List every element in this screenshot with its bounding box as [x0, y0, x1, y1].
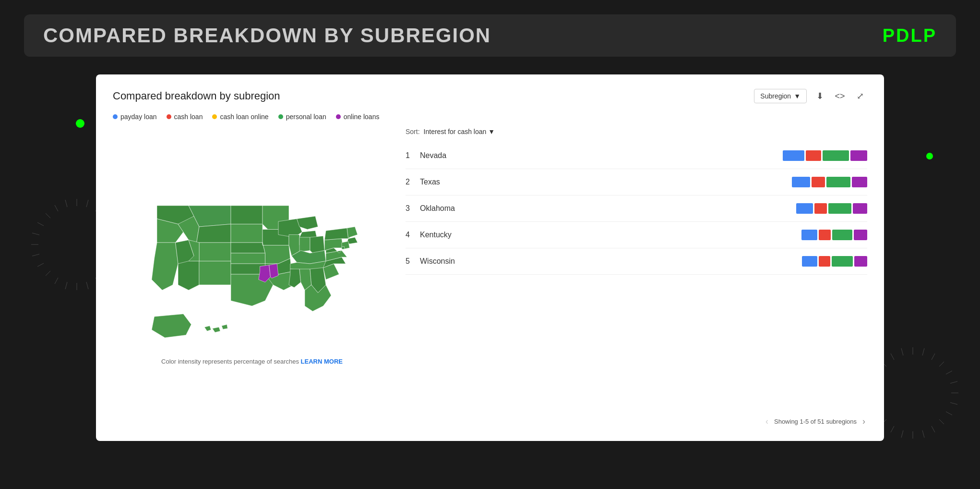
subregion-dropdown[interactable]: Subregion ▼: [754, 89, 807, 103]
state-IN[interactable]: [299, 237, 310, 252]
download-icon[interactable]: ⬇: [813, 89, 827, 103]
svg-line-31: [950, 403, 957, 404]
green-dot-right: [926, 153, 933, 159]
legend-dot-0: [113, 114, 118, 119]
card-title: Compared breakdown by subregion: [113, 90, 280, 102]
state-HI-3[interactable]: [222, 324, 228, 329]
legend-label-0: payday loan: [120, 113, 157, 121]
card-controls: Subregion ▼ ⬇ <> ⤢: [754, 89, 867, 103]
code-icon[interactable]: <>: [833, 89, 847, 103]
state-AK[interactable]: [152, 314, 191, 338]
bar-segment-0: [783, 150, 804, 161]
bar-segment-0: [802, 256, 817, 267]
svg-line-21: [46, 213, 50, 218]
learn-more-link[interactable]: LEARN MORE: [301, 358, 343, 365]
state-ND[interactable]: [231, 206, 263, 224]
page-title: COMPARED BREAKDOWN BY SUBREGION: [43, 24, 491, 47]
rank-bars: [802, 256, 867, 267]
svg-line-29: [950, 381, 957, 383]
state-NM[interactable]: [199, 261, 231, 285]
rank-name: Kentucky: [420, 231, 801, 239]
rank-number: 1: [406, 151, 420, 160]
bar-segment-1: [806, 150, 821, 161]
bar-segment-0: [792, 177, 810, 187]
legend-label-1: cash loan: [174, 113, 203, 121]
state-HI-2[interactable]: [213, 327, 221, 332]
svg-line-17: [32, 254, 39, 256]
bar-segment-2: [826, 177, 850, 187]
table-row[interactable]: 3 Oklahoma: [406, 196, 867, 222]
svg-line-13: [65, 282, 67, 289]
rank-bars: [801, 230, 867, 240]
bar-segment-3: [853, 203, 867, 214]
bar-segment-2: [832, 230, 852, 240]
sort-chevron-icon: ▼: [488, 128, 495, 135]
sort-dropdown[interactable]: Interest for cash loan ▼: [424, 128, 495, 135]
legend-item-0: payday loan: [113, 113, 157, 121]
bar-segment-3: [850, 150, 867, 161]
svg-line-37: [901, 430, 903, 438]
green-dot-left: [76, 119, 84, 128]
pagination-bar: ‹ Showing 1-5 of 51 subregions ›: [406, 416, 867, 427]
bar-segment-1: [814, 203, 827, 214]
sort-bar: Sort: Interest for cash loan ▼: [406, 128, 867, 135]
header-bar: COMPARED BREAKDOWN BY SUBREGION PDLP: [24, 14, 956, 57]
svg-line-34: [932, 426, 935, 432]
rank-number: 4: [406, 231, 420, 239]
state-MS[interactable]: [289, 269, 301, 288]
legend-item-4: online loans: [336, 113, 380, 121]
state-KS[interactable]: [231, 253, 265, 264]
pagination-text: Showing 1-5 of 51 subregions: [774, 418, 857, 425]
map-caption: Color intensity represents percentage of…: [161, 358, 343, 365]
legend-item-1: cash loan: [167, 113, 203, 121]
state-AZ[interactable]: [178, 261, 199, 290]
legend-label-2: cash loan online: [220, 113, 268, 121]
sort-label: Sort:: [406, 128, 420, 135]
map-container: [113, 190, 391, 348]
state-SD[interactable]: [231, 224, 263, 243]
state-HI-1[interactable]: [204, 326, 211, 331]
rank-name: Texas: [420, 178, 792, 186]
share-icon[interactable]: ⤢: [853, 89, 867, 103]
rank-name: Wisconsin: [420, 257, 802, 266]
svg-line-16: [37, 263, 44, 267]
legend-label-3: personal loan: [286, 113, 326, 121]
us-map[interactable]: [125, 190, 379, 348]
bar-segment-2: [828, 203, 851, 214]
svg-line-46: [891, 354, 894, 360]
rank-name: Nevada: [420, 151, 783, 160]
rank-bars: [792, 177, 867, 187]
bar-segment-2: [832, 256, 853, 267]
table-row[interactable]: 4 Kentucky: [406, 222, 867, 248]
table-row[interactable]: 5 Wisconsin: [406, 248, 867, 275]
bar-segment-3: [854, 230, 867, 240]
rank-name: Oklahoma: [420, 204, 796, 213]
legend-dot-4: [336, 114, 341, 119]
state-CA[interactable]: [152, 243, 178, 290]
prev-page-button[interactable]: ‹: [764, 416, 770, 427]
next-page-button[interactable]: ›: [860, 416, 867, 427]
table-row[interactable]: 2 Texas: [406, 169, 867, 196]
table-row[interactable]: 1 Nevada: [406, 143, 867, 169]
bar-segment-1: [819, 230, 831, 240]
state-CO[interactable]: [199, 243, 231, 261]
state-NY[interactable]: [324, 228, 348, 240]
bar-segment-3: [852, 177, 867, 187]
svg-line-22: [55, 205, 58, 211]
svg-line-33: [939, 419, 944, 424]
state-VT-NH-ME[interactable]: [347, 227, 358, 239]
map-section: Color intensity represents percentage of…: [113, 128, 391, 427]
bar-segment-0: [801, 230, 817, 240]
state-WY[interactable]: [197, 224, 231, 243]
legend-dot-3: [278, 114, 283, 119]
main-card: Compared breakdown by subregion Subregio…: [96, 74, 884, 441]
svg-line-28: [946, 371, 952, 374]
bar-segment-0: [796, 203, 813, 214]
state-DC[interactable]: [342, 246, 345, 249]
state-OH[interactable]: [310, 236, 324, 253]
svg-line-14: [55, 278, 58, 284]
state-AL-highlight[interactable]: [269, 264, 278, 278]
bar-segment-3: [854, 256, 867, 267]
state-NE[interactable]: [231, 243, 265, 253]
svg-line-19: [32, 233, 39, 235]
